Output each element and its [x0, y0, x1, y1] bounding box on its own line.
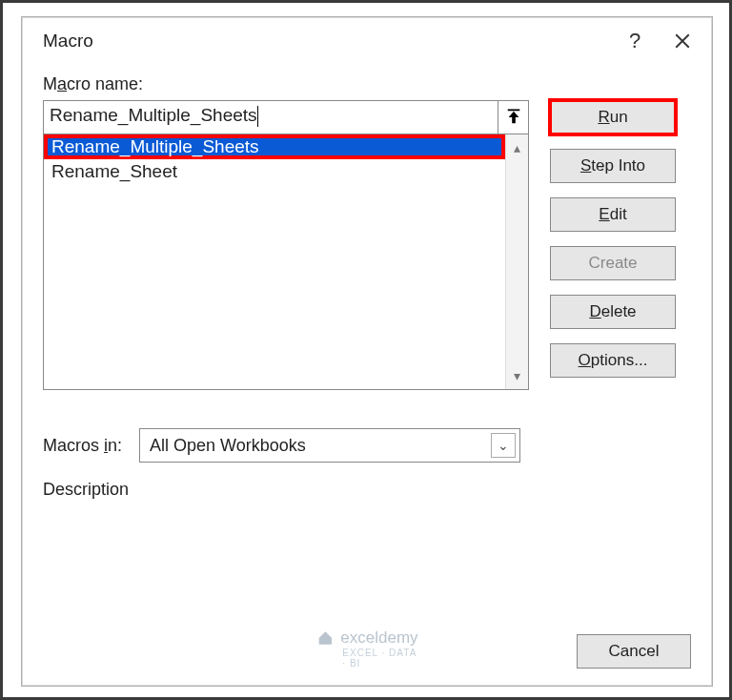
text-caret: [257, 106, 258, 127]
svg-rect-0: [507, 109, 519, 111]
run-button[interactable]: Run: [550, 100, 676, 134]
description-label: Description: [43, 480, 691, 500]
titlebar: Macro ?: [22, 17, 712, 65]
up-arrow-icon: [505, 109, 522, 126]
list-item[interactable]: Rename_Sheet: [44, 159, 505, 184]
macros-in-value: All Open Workbooks: [150, 436, 306, 456]
macros-in-label: Macros in:: [43, 436, 122, 456]
options-button[interactable]: Options...: [550, 343, 676, 378]
close-icon: [674, 32, 691, 50]
scrollbar[interactable]: ▴ ▾: [505, 134, 528, 389]
chevron-down-icon: ▾: [514, 368, 520, 383]
create-button: Create: [550, 246, 676, 280]
dialog-title: Macro: [43, 31, 611, 51]
macro-name-label: Macro name:: [43, 74, 691, 94]
help-button[interactable]: ?: [611, 21, 659, 61]
list-item[interactable]: Rename_Multiple_Sheets: [44, 134, 505, 159]
close-button[interactable]: [659, 21, 706, 61]
delete-button[interactable]: Delete: [550, 295, 676, 329]
watermark: exceldemy EXCEL · DATA · BI: [315, 628, 417, 648]
macros-in-select[interactable]: All Open Workbooks ⌄: [139, 428, 520, 463]
cancel-button[interactable]: Cancel: [577, 634, 691, 669]
macro-dialog: Macro ? Macro name: Rename_Multiple_Shee…: [21, 16, 713, 687]
macro-listbox[interactable]: Rename_Multiple_Sheets Rename_Sheet ▴ ▾: [43, 134, 529, 390]
house-icon: [315, 628, 335, 648]
reference-button[interactable]: [498, 100, 529, 134]
macro-name-input[interactable]: Rename_Multiple_Sheets: [43, 100, 498, 134]
step-into-button[interactable]: Step Into: [550, 149, 676, 183]
chevron-up-icon: ▴: [514, 140, 520, 155]
edit-button[interactable]: Edit: [550, 197, 676, 232]
chevron-down-icon: ⌄: [491, 433, 516, 458]
